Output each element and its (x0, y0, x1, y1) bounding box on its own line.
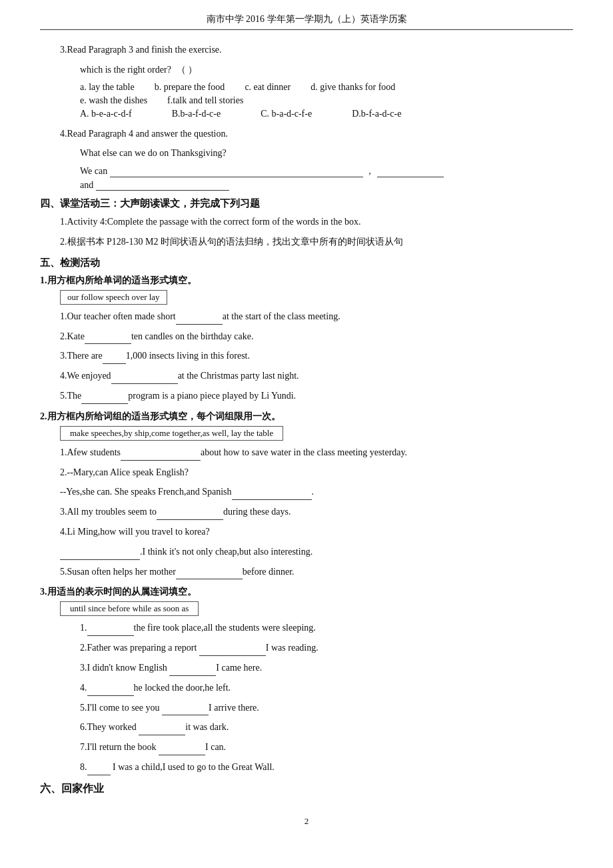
section5-header: 五、检测活动 (40, 257, 573, 269)
sub3-item2: 2.Father was preparing a report I was re… (40, 640, 573, 656)
section6: 六、回家作业 (40, 782, 573, 796)
item4-question: What else can we do on Thanksgiving? (60, 145, 573, 161)
fill3-3 (169, 665, 216, 676)
section4: 四、课堂活动三：大声朗读课文，并完成下列习题 1.Activity 4:Comp… (40, 197, 573, 250)
fill2-4 (60, 549, 140, 560)
fill2-5 (176, 569, 243, 579)
sub3-item6: 6.They worked it was dark. (40, 719, 573, 735)
sub2-item4: 3.All my troubles seem toduring these da… (40, 504, 573, 520)
fill2-3 (157, 509, 223, 520)
sub2-item1: 1.Afew studentsabout how to save water i… (40, 445, 573, 461)
section5: 五、检测活动 1.用方框内所给单词的适当形式填空。 our follow spe… (40, 257, 573, 775)
fill-s5 (81, 393, 128, 404)
section4-item2: 2.根据书本 P128-130 M2 时间状语从句的语法归纳，找出文章中所有的时… (40, 234, 573, 250)
sub1: 1.用方框内所给单词的适当形式填空。 our follow speech ove… (40, 275, 573, 404)
sub3: 3.用适当的表示时间的从属连词填空。 until since before wh… (40, 586, 573, 775)
sub3-item8: 8. I was a child,I used to go to the Gre… (40, 759, 573, 775)
page-header: 南市中学 2016 学年第一学期九（上）英语学历案 (40, 13, 573, 30)
sub2-box: make speeches,by ship,come together,as w… (60, 426, 283, 441)
sub3-box-container: until since before while as soon as (40, 601, 573, 620)
options-row-2: e. wash the dishes f.talk and tell stori… (60, 95, 573, 106)
section6-header: 六、回家作业 (40, 782, 573, 796)
fill3-5 (162, 705, 209, 715)
sub1-box: our follow speech over lay (60, 290, 167, 305)
options-row-3: A. b-e-a-c-d-f B.b-a-f-d-c-e C. b-a-d-c-… (60, 109, 573, 119)
fill2-1 (121, 450, 201, 461)
fill3-8 (87, 765, 111, 775)
fill2-2 (232, 489, 312, 500)
sub1-header: 1.用方框内所给单词的适当形式填空。 (40, 275, 573, 287)
and-line: and (60, 180, 573, 191)
header-title: 南市中学 2016 学年第一学期九（上）英语学历案 (207, 14, 407, 24)
sub1-item5: 5.Theprogram is a piano piece played by … (40, 388, 573, 404)
options-row-1: a. lay the table b. prepare the food c. … (60, 82, 573, 93)
sub3-box: until since before while as soon as (60, 601, 199, 616)
section4-header: 四、课堂活动三：大声朗读课文，并完成下列习题 (40, 197, 573, 210)
sub1-box-container: our follow speech over lay (40, 290, 573, 309)
sub2-item3: --Yes,she can. She speaks French,and Spa… (40, 484, 573, 500)
wecan-fill1 (110, 167, 363, 177)
sub2-item7: 5.Susan often helps her motherbefore din… (40, 564, 573, 580)
fill3-2 (199, 645, 266, 656)
section4-item1: 1.Activity 4:Complete the passage with t… (40, 214, 573, 230)
wecan-line: We can ， (60, 165, 573, 177)
fill-s3 (103, 353, 126, 364)
and-fill (96, 180, 229, 191)
section3-item4: 4.Read Paragraph 4 and answer the questi… (40, 126, 573, 191)
sub3-item7: 7.I'll return the book I can. (40, 739, 573, 755)
sub2-header: 2.用方框内所给词组的适当形式填空，每个词组限用一次。 (40, 411, 573, 423)
fill-s2 (85, 333, 131, 344)
sub3-header: 3.用适当的表示时间的从属连词填空。 (40, 586, 573, 598)
sub2-box-container: make speeches,by ship,come together,as w… (40, 426, 573, 445)
fill3-4 (87, 685, 134, 696)
item3-label: 3.Read Paragraph 3 and finish the exerci… (60, 42, 573, 58)
sub3-item1: 1.the fire took place,all the students w… (40, 620, 573, 636)
item4-label: 4.Read Paragraph 4 and answer the questi… (60, 126, 573, 142)
sub2: 2.用方框内所给词组的适当形式填空，每个词组限用一次。 make speeche… (40, 411, 573, 580)
fill3-6 (139, 725, 185, 735)
fill-s1 (176, 314, 223, 325)
fill3-1 (87, 625, 134, 636)
fill-s4 (111, 373, 178, 384)
wecan-fill2 (377, 167, 444, 177)
sub2-item6: .I think it's not only cheap,but also in… (40, 544, 573, 560)
sub1-item4: 4.We enjoyedat the Christmas party last … (40, 368, 573, 384)
sub1-item1: 1.Our teacher often made shortat the sta… (40, 309, 573, 325)
section3-item3: 3.Read Paragraph 3 and finish the exerci… (40, 42, 573, 119)
item3-question: which is the right order? （ ） (60, 62, 573, 78)
sub2-item5: 4.Li Ming,how will you travel to korea? (40, 524, 573, 540)
sub1-item2: 2.Kateten candles on the birthday cake. (40, 329, 573, 345)
fill3-7 (159, 745, 205, 755)
sub3-item4: 4.he locked the door,he left. (40, 680, 573, 696)
sub2-item2: 2.--Mary,can Alice speak English? (40, 465, 573, 481)
page-number: 2 (40, 816, 573, 827)
sub1-item3: 3.There are1,000 insects living in this … (40, 348, 573, 364)
sub3-item3: 3.I didn't know English I came here. (40, 660, 573, 676)
sub3-item5: 5.I'll come to see you I arrive there. (40, 700, 573, 716)
